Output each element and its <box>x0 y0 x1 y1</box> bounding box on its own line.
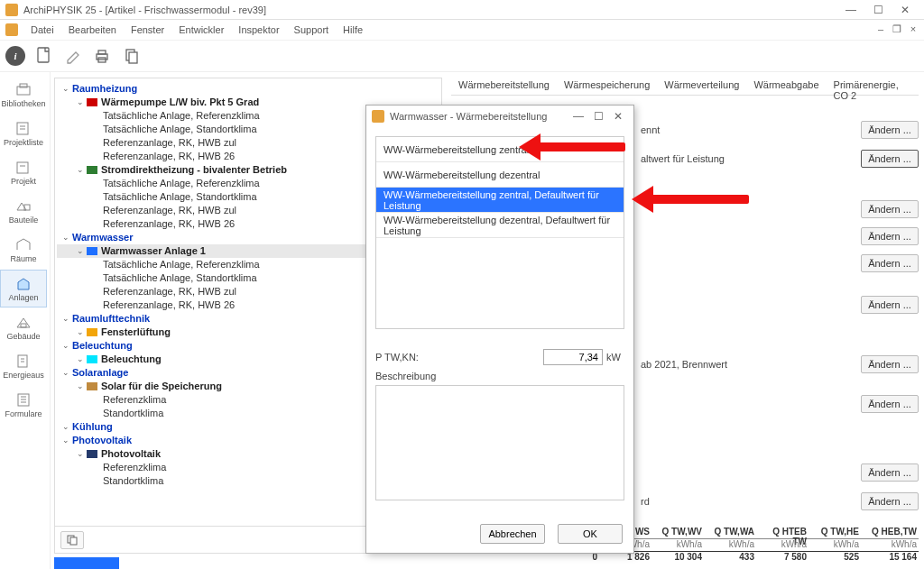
nav-label: Formulare <box>5 409 42 418</box>
menu-hilfe[interactable]: Hilfe <box>336 24 370 35</box>
nav-label: Bauteile <box>9 216 39 225</box>
option-item[interactable]: WW-Wärmebereitstellung dezentral <box>376 162 624 188</box>
change-button[interactable]: Ändern ... <box>861 463 919 482</box>
svg-rect-5 <box>129 52 137 63</box>
app-icon <box>5 4 18 16</box>
description-label: Beschreibung <box>375 371 624 381</box>
dialog-titlebar[interactable]: Warmwasser - Wärmebereitstellung — ☐ ✕ <box>366 106 633 127</box>
nav-icon <box>14 159 32 175</box>
col-unit: kWh/a <box>653 539 706 552</box>
ok-button[interactable]: OK <box>558 524 623 544</box>
col-unit: kWh/a <box>863 539 919 552</box>
nav-label: Energieaus <box>3 371 44 380</box>
change-button[interactable]: Ändern ... <box>861 227 919 245</box>
menu-inspektor[interactable]: Inspektor <box>231 24 286 35</box>
nav-projektliste[interactable]: Projektliste <box>0 115 47 152</box>
maximize-button[interactable]: ☐ <box>864 4 892 16</box>
detail-tabs: Wärmebereitstellung Wärmespeicherung Wär… <box>451 78 919 96</box>
description-textarea[interactable] <box>375 385 624 500</box>
svg-rect-14 <box>21 324 26 327</box>
menu-bearbeiten[interactable]: Bearbeiten <box>61 24 124 35</box>
print-icon[interactable] <box>92 46 112 66</box>
app-menu-icon <box>5 23 18 36</box>
new-document-icon[interactable] <box>34 46 54 66</box>
col-header: Q TW,WV <box>653 527 706 539</box>
option-list[interactable]: WW-Wärmebereitstellung zentralWW-Wärmebe… <box>375 136 624 329</box>
svg-rect-23 <box>70 537 77 545</box>
close-button[interactable]: ✕ <box>892 4 919 16</box>
mdi-min-icon[interactable]: – <box>873 23 888 36</box>
tab-waermebereitstellung[interactable]: Wärmebereitstellung <box>451 78 557 95</box>
change-button[interactable]: Ändern ... <box>861 200 919 218</box>
p-tw-kn-label: P TW,KN: <box>375 352 543 363</box>
nav-icon <box>14 275 32 291</box>
col-header: Q TW,WA <box>706 527 758 539</box>
dialog-title: Warmwasser - Wärmebereitstellung <box>390 111 568 122</box>
change-button[interactable]: Ändern ... <box>861 254 919 272</box>
tab-waermespeicherung[interactable]: Wärmespeicherung <box>557 78 657 95</box>
cell-value: 15 164 <box>863 552 919 564</box>
p-tw-kn-input[interactable] <box>543 349 603 365</box>
nav-energieaus[interactable]: Energieaus <box>0 347 47 385</box>
col-unit: kWh/a <box>706 539 758 552</box>
mdi-close-icon[interactable]: × <box>906 23 920 36</box>
copy-icon[interactable] <box>121 46 141 66</box>
change-button[interactable]: Ändern ... <box>861 121 919 139</box>
change-button[interactable]: Ändern ... <box>861 492 919 510</box>
nav-bibliotheken[interactable]: Bibliotheken <box>0 76 47 114</box>
change-button[interactable]: Ändern ... <box>861 355 919 373</box>
dialog-icon <box>372 110 384 123</box>
nav-räume[interactable]: Räume <box>0 231 47 269</box>
window-title: ArchiPHYSIK 25 - [Artikel - Frischwasser… <box>23 5 837 15</box>
option-item[interactable]: WW-Wärmebereitstellung zentral, Defaultw… <box>376 188 624 213</box>
nav-gebäude[interactable]: Gebäude <box>0 308 47 346</box>
info-icon[interactable]: i <box>5 46 25 66</box>
nav-label: Projekt <box>11 177 36 186</box>
col-unit: kWh/a <box>758 539 810 552</box>
cell-value: 1 826 <box>601 552 653 564</box>
col-header: Q HTEB TW <box>758 527 810 539</box>
menu-datei[interactable]: Datei <box>23 24 61 35</box>
nav-icon <box>14 81 32 97</box>
nav-formulare[interactable]: Formulare <box>0 386 47 424</box>
mdi-restore-icon[interactable]: ❐ <box>890 23 904 36</box>
col-header: Q HEB,TW <box>863 527 919 539</box>
dialog-min-icon[interactable]: — <box>568 110 588 123</box>
nav-icon <box>14 353 32 369</box>
cell-value: 7 580 <box>758 552 810 564</box>
tab-primaerenergie[interactable]: Primärenergie, CO 2 <box>827 78 919 95</box>
cell-value: 433 <box>706 552 758 564</box>
cancel-button[interactable]: Abbrechen <box>480 524 545 544</box>
menu-support[interactable]: Support <box>287 24 337 35</box>
dialog-close-icon[interactable]: ✕ <box>608 110 628 123</box>
nav-label: Bibliotheken <box>1 99 45 108</box>
edit-icon[interactable] <box>63 46 83 66</box>
option-item[interactable]: WW-Wärmebereitstellung zentral <box>376 137 624 162</box>
nav-icon <box>14 236 32 252</box>
change-button[interactable]: Ändern ... <box>861 395 919 413</box>
nav-anlagen[interactable]: Anlagen <box>0 270 47 307</box>
cell-value: 10 304 <box>653 552 706 564</box>
dialog-max-icon[interactable]: ☐ <box>588 110 608 123</box>
tab-waermeabgabe[interactable]: Wärmeabgabe <box>746 78 826 95</box>
tree-row[interactable]: ⌄Raumheizung <box>57 82 439 96</box>
tab-waermeverteilung[interactable]: Wärmeverteilung <box>657 78 746 95</box>
menu-fenster[interactable]: Fenster <box>124 24 171 35</box>
col-unit: kWh/a <box>810 539 863 552</box>
option-item[interactable]: WW-Wärmebereitstellung dezentral, Defaul… <box>376 213 624 238</box>
change-button[interactable]: Ändern ... <box>861 150 919 168</box>
menu-entwickler[interactable]: Entwickler <box>171 24 231 35</box>
col-header: Q TW,HE <box>810 527 863 539</box>
minimize-button[interactable]: — <box>837 4 864 16</box>
cell-value: 0 <box>549 552 601 564</box>
nav-projekt[interactable]: Projekt <box>0 153 47 191</box>
nav-icon <box>14 314 32 330</box>
nav-icon <box>14 120 32 136</box>
change-button[interactable]: Ändern ... <box>861 296 919 314</box>
nav-label: Projektliste <box>4 138 43 147</box>
svg-rect-2 <box>98 50 106 54</box>
cell-value: 525 <box>810 552 863 564</box>
svg-rect-11 <box>17 162 28 173</box>
nav-bauteile[interactable]: Bauteile <box>0 192 47 230</box>
duplicate-button[interactable] <box>60 531 84 549</box>
